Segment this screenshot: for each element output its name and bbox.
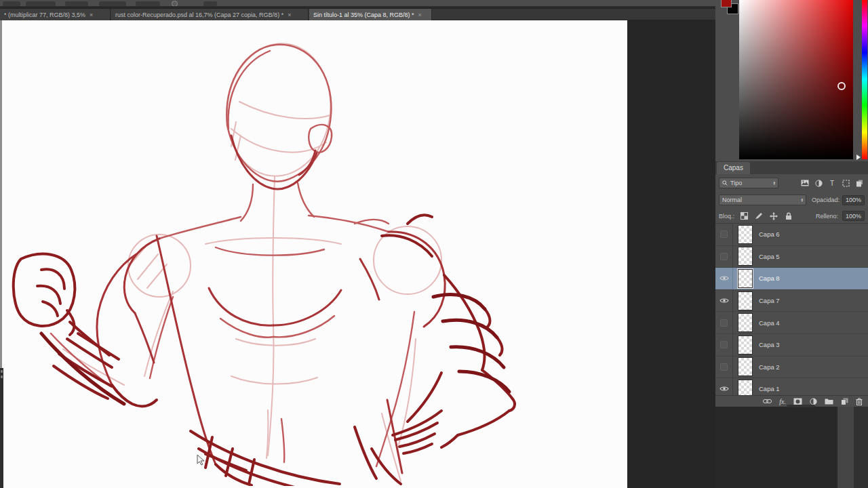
lock-all-icon[interactable] xyxy=(783,211,794,221)
layer-row[interactable]: Capa 7 xyxy=(715,290,868,312)
layer-row[interactable]: Capa 8 xyxy=(715,268,868,290)
saturation-brightness-field[interactable] xyxy=(739,0,853,159)
eye-icon xyxy=(719,275,729,281)
dock-nub-icon xyxy=(1,375,3,378)
mode-control[interactable] xyxy=(65,1,88,6)
visibility-toggle[interactable] xyxy=(715,378,733,395)
layer-list: Capa 6Capa 5Capa 8Capa 7Capa 4Capa 3Capa… xyxy=(715,224,868,395)
layer-row[interactable]: Capa 1 xyxy=(715,378,868,395)
document-tab-1[interactable]: 3,5% (multiplicar 77, RGB/8) * × xyxy=(0,9,111,20)
photoshop-workspace: 3,5% (multiplicar 77, RGB/8) * × rust co… xyxy=(0,0,868,488)
document-tab-2[interactable]: rust color-Recuperado.psd al 16,7% (Capa… xyxy=(111,9,309,20)
layer-name: Capa 2 xyxy=(759,363,780,371)
hue-pointer-icon xyxy=(856,155,861,160)
opacity-value-box[interactable]: 100% xyxy=(842,195,865,205)
visibility-toggle[interactable] xyxy=(715,312,733,333)
fill-value-box[interactable]: 100% xyxy=(842,211,865,221)
left-dock-strip[interactable] xyxy=(0,368,3,488)
layer-thumbnail[interactable] xyxy=(738,336,753,354)
blend-mode-value: Normal xyxy=(722,197,742,203)
layer-name: Capa 8 xyxy=(759,274,780,282)
filter-pixel-layers-icon[interactable] xyxy=(800,178,810,188)
hue-slider[interactable] xyxy=(862,0,867,159)
layer-thumbnail[interactable] xyxy=(738,357,753,376)
layer-row[interactable]: Capa 4 xyxy=(715,312,868,334)
layer-thumbnail[interactable] xyxy=(738,291,753,310)
layer-filter-row: Tipo ▴▾ T xyxy=(715,176,868,190)
visibility-toggle[interactable] xyxy=(715,246,733,268)
layer-row[interactable]: Capa 3 xyxy=(715,334,868,357)
layer-thumbnail[interactable] xyxy=(738,225,753,244)
filter-shape-layers-icon[interactable] xyxy=(840,178,851,188)
foreground-color-swatch[interactable] xyxy=(721,0,732,7)
visibility-toggle[interactable] xyxy=(715,334,733,356)
document-tab-label: 3,5% (multiplicar 77, RGB/8) * xyxy=(4,12,85,18)
layers-panel-header: Capas xyxy=(715,161,868,174)
layer-thumbnail[interactable] xyxy=(738,269,753,288)
airbrush-icon[interactable] xyxy=(172,1,178,7)
new-layer-icon[interactable] xyxy=(841,398,848,405)
workspace-background xyxy=(627,20,715,488)
new-group-folder-icon[interactable] xyxy=(825,398,833,405)
color-cursor-ring[interactable] xyxy=(837,82,846,90)
adjustment-layer-icon[interactable] xyxy=(810,398,817,405)
layer-row[interactable]: Capa 2 xyxy=(715,357,868,379)
delete-layer-trash-icon[interactable] xyxy=(856,398,863,405)
filter-type-layers-icon[interactable]: T xyxy=(827,178,837,188)
layer-name: Capa 4 xyxy=(759,319,780,327)
layer-row[interactable]: Capa 5 xyxy=(715,246,868,268)
document-tab-active[interactable]: Sin título-1 al 35% (Capa 8, RGB/8) * × xyxy=(309,9,432,20)
lock-pixels-brush-icon[interactable] xyxy=(753,211,764,221)
opacity-control[interactable] xyxy=(99,1,126,6)
dock-band xyxy=(837,407,854,488)
tab-close-icon[interactable]: × xyxy=(90,12,93,18)
layers-panel-tab[interactable]: Capas xyxy=(717,162,750,174)
filter-smart-objects-icon[interactable] xyxy=(854,178,865,188)
layer-name: Capa 7 xyxy=(759,297,780,304)
hidden-layer-box xyxy=(720,253,728,260)
visibility-toggle[interactable] xyxy=(715,224,733,245)
tab-close-icon[interactable]: × xyxy=(288,12,291,18)
tool-preset-control[interactable] xyxy=(3,1,20,6)
dock-edge xyxy=(854,407,868,488)
canvas[interactable]: « × « × xyxy=(0,20,627,488)
layer-style-fx-icon[interactable]: fx. xyxy=(779,398,786,405)
canvas-sketch xyxy=(2,20,627,486)
hidden-layer-box xyxy=(720,230,728,238)
visibility-toggle[interactable] xyxy=(715,268,733,289)
filter-adjustment-layers-icon[interactable] xyxy=(813,178,824,188)
layer-row[interactable]: Capa 6 xyxy=(715,224,868,246)
document-tab-label: Sin título-1 al 35% (Capa 8, RGB/8) * xyxy=(313,12,414,18)
hidden-layer-box xyxy=(720,341,728,348)
lock-position-move-icon[interactable] xyxy=(768,211,779,221)
blend-mode-dropdown[interactable]: Normal ▴▾ xyxy=(719,195,806,205)
layer-filter-dropdown[interactable]: Tipo ▴▾ xyxy=(719,178,778,188)
visibility-toggle[interactable] xyxy=(715,357,733,378)
chevron-updown-icon: ▴▾ xyxy=(773,181,775,185)
link-layers-icon[interactable] xyxy=(763,399,772,404)
eye-icon xyxy=(719,386,729,392)
dock-empty-area xyxy=(715,407,868,488)
layer-name: Capa 5 xyxy=(759,253,780,260)
layer-thumbnail[interactable] xyxy=(738,247,753,266)
tool-options-bar xyxy=(0,0,715,7)
tab-close-icon[interactable]: × xyxy=(418,12,422,18)
lock-transparency-icon[interactable] xyxy=(738,211,749,221)
svg-text:T: T xyxy=(830,180,834,186)
brush-picker-control[interactable] xyxy=(26,1,56,6)
lock-fill-row: Bloq.: Relleno: 100% xyxy=(715,209,868,224)
add-layer-mask-icon[interactable] xyxy=(793,398,802,405)
layer-thumbnail[interactable] xyxy=(738,313,753,332)
visibility-toggle[interactable] xyxy=(715,290,733,312)
color-picker-panel xyxy=(715,0,868,161)
layer-thumbnail[interactable] xyxy=(738,380,753,395)
extra-control[interactable] xyxy=(203,1,217,6)
dock-nub-icon xyxy=(1,370,3,373)
layer-filter-value: Tipo xyxy=(730,180,742,186)
panel-resize-nub[interactable] xyxy=(787,405,815,407)
opacity-label: Opacidad: xyxy=(812,197,840,203)
hidden-layer-box xyxy=(720,363,728,371)
layer-name: Capa 3 xyxy=(759,341,780,348)
flow-control[interactable] xyxy=(136,1,160,6)
chevron-updown-icon: ▴▾ xyxy=(801,198,803,202)
